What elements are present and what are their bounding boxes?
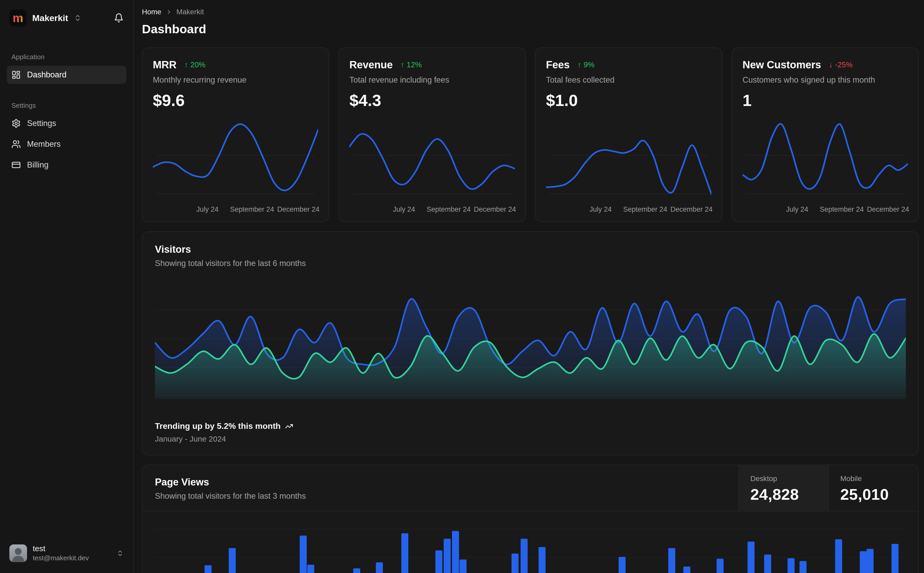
trending-text: Trending up by 5.2% this month [155,421,281,431]
page-views-bar-chart [153,512,907,573]
stat-description: Total fees collected [546,75,711,85]
stat-value: $1.0 [546,91,711,110]
x-axis-labels: July 24September 24December 24 [153,202,318,215]
credit-card-icon [11,160,21,170]
sidebar-item-members[interactable]: Members [7,135,126,153]
gear-icon [11,119,21,128]
user-menu[interactable]: test test@makerkit.dev [7,542,126,564]
toggle-value: 25,010 [840,485,907,503]
visitors-card: Visitors Showing total visitors for the … [142,232,919,456]
breadcrumb: Home Makerkit [142,8,919,16]
trend-badge: ↑20% [184,61,206,69]
x-axis-labels: July 24September 24December 24 [546,202,711,215]
logo-letter: m [13,12,24,24]
workspace-switcher[interactable]: m Makerkit [7,8,126,28]
sidebar-item-dashboard[interactable]: Dashboard [7,66,126,84]
main-content: Home Makerkit Dashboard MRR ↑20% Monthly… [133,0,924,573]
toggle-label: Mobile [840,474,907,483]
stat-value: 1 [743,91,908,110]
visitors-subtitle: Showing total visitors for the last 6 mo… [155,259,906,268]
chevrons-up-down-icon [116,550,124,557]
toggle-value: 24,828 [750,485,817,503]
sparkline-chart [153,117,318,200]
page-views-title: Page Views [155,477,726,488]
stat-title: MRR [153,59,176,70]
stat-value: $4.3 [349,91,515,110]
sidebar-item-label: Members [27,139,61,149]
stat-card-mrr: MRR ↑20% Monthly recurring revenue $9.6 … [142,47,329,222]
breadcrumb-home-link[interactable]: Home [142,8,162,16]
users-icon [11,139,21,149]
stat-card-revenue: Revenue ↑12% Total revenue including fee… [339,47,526,222]
sidebar-item-label: Settings [27,119,56,128]
sidebar-item-label: Dashboard [27,70,66,80]
page-views-card: Page Views Showing total visitors for th… [142,465,919,573]
stat-card-new-customers: New Customers ↓-25% Customers who signed… [732,47,919,222]
layout-dashboard-icon [11,70,21,80]
stats-grid: MRR ↑20% Monthly recurring revenue $9.6 … [142,47,919,222]
trending-up-icon [285,422,293,431]
chevron-right-icon [166,9,172,15]
trend-arrow-icon: ↑ [184,61,188,69]
trend-badge: ↑9% [577,61,595,69]
stat-description: Total revenue including fees [349,75,515,85]
toggle-mobile[interactable]: Mobile 25,010 [828,465,918,511]
sidebar: m Makerkit Application Dashboard Setting… [0,0,133,573]
page-views-header: Page Views Showing total visitors for th… [143,465,918,512]
sidebar-item-settings[interactable]: Settings [7,114,126,133]
stat-description: Monthly recurring revenue [153,75,318,85]
stat-description: Customers who signed up this month [743,75,908,85]
chevrons-up-down-icon [74,14,82,22]
nav-section-application: Application [7,53,126,61]
toggle-label: Desktop [750,474,817,483]
toggle-desktop[interactable]: Desktop 24,828 [739,465,828,511]
notifications-bell-icon[interactable] [114,13,124,23]
trend-arrow-icon: ↓ [829,61,833,69]
visitors-area-chart [155,285,906,399]
date-range: January - June 2024 [155,435,906,443]
sparkline-chart [349,117,515,200]
stat-title: New Customers [743,59,821,70]
sparkline-chart [743,117,908,200]
sidebar-item-billing[interactable]: Billing [7,156,126,174]
page-views-subtitle: Showing total visitors for the last 3 mo… [155,492,726,501]
stat-card-fees: Fees ↑9% Total fees collected $1.0 July … [535,47,722,222]
x-axis-labels: July 24September 24December 24 [743,202,908,215]
sidebar-item-label: Billing [27,160,49,170]
user-name: test [33,544,89,553]
trend-arrow-icon: ↑ [577,61,581,69]
breadcrumb-current: Makerkit [176,8,204,16]
workspace-name: Makerkit [32,13,68,23]
trend-arrow-icon: ↑ [400,61,405,69]
makerkit-logo: m [9,9,27,27]
stat-title: Fees [546,59,570,70]
stat-value: $9.6 [153,91,318,110]
x-axis-labels: July 24September 24December 24 [349,202,515,215]
trend-badge: ↑12% [400,61,422,69]
dashboard-page: { "colors": { "accent_blue": "#2563eb", … [0,0,924,573]
visitors-footer: Trending up by 5.2% this month January -… [155,421,906,443]
sparkline-chart [546,117,711,200]
trend-badge: ↓-25% [829,61,852,69]
visitors-title: Visitors [155,244,906,255]
user-email: test@makerkit.dev [33,554,89,562]
nav-section-settings: Settings [7,102,126,110]
page-title: Dashboard [142,22,919,36]
avatar [9,545,27,562]
stat-title: Revenue [349,59,393,70]
